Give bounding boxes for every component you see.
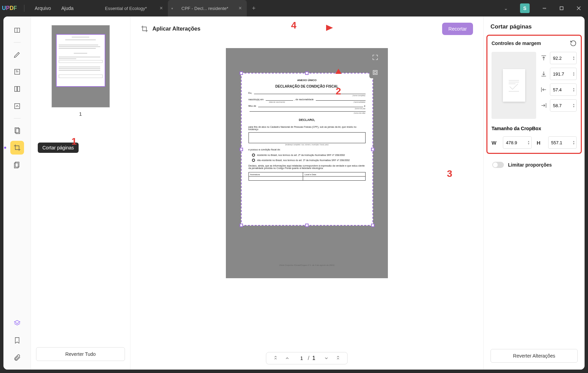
crop-handle[interactable] xyxy=(371,148,374,151)
margin-top-icon xyxy=(540,55,547,61)
convert-tool[interactable] xyxy=(10,99,24,113)
crop-box-button[interactable] xyxy=(369,67,381,78)
doc-heading: DECLARAÇÃO DE CONDIÇÃO FISCAL xyxy=(249,84,366,88)
canvas-title: Aplicar Alterações xyxy=(152,26,200,32)
spinner[interactable]: ▲▼ xyxy=(573,71,575,76)
page-navigation: / 1 xyxy=(266,352,348,364)
spinner[interactable]: ▲▼ xyxy=(573,140,575,145)
margin-right-icon xyxy=(540,102,547,109)
crop-handle[interactable] xyxy=(305,71,309,75)
watermark-tool[interactable] xyxy=(10,158,24,172)
spinner[interactable]: ▲▼ xyxy=(528,140,530,145)
crop-handle[interactable] xyxy=(240,224,243,227)
doc-heading: ANEXO ÚNICO xyxy=(249,79,366,82)
bookmark-icon[interactable] xyxy=(10,334,24,347)
attachment-icon[interactable] xyxy=(10,351,24,364)
margin-left-input[interactable] xyxy=(553,87,574,92)
avatar[interactable]: S xyxy=(520,3,530,13)
first-page-button[interactable] xyxy=(273,356,278,361)
crop-handle[interactable] xyxy=(240,71,243,75)
tab-label: Essential of Ecology* xyxy=(105,6,147,11)
ocr-tool[interactable] xyxy=(10,82,24,96)
constrain-label: Limitar proporções xyxy=(508,162,552,168)
page-input[interactable] xyxy=(297,355,307,361)
menu-help[interactable]: Ajuda xyxy=(56,5,79,11)
chevron-down-icon[interactable]: ⌄ xyxy=(499,4,513,13)
margin-left-icon xyxy=(540,86,547,93)
close-icon[interactable]: × xyxy=(239,5,242,11)
crop-tool[interactable] xyxy=(10,141,24,155)
minimize-button[interactable] xyxy=(537,3,552,14)
crop-handle[interactable] xyxy=(305,224,309,227)
annotate-tool[interactable] xyxy=(10,48,24,61)
close-icon[interactable]: × xyxy=(160,5,163,11)
apply-crop-button[interactable]: Recortar xyxy=(442,23,473,35)
page-thumbnail[interactable] xyxy=(51,25,110,108)
tab-label: CPF - Decl... residente* xyxy=(182,6,229,11)
revert-changes-button[interactable]: Reverter Alterações xyxy=(491,349,578,363)
organize-tool[interactable] xyxy=(10,124,24,137)
crop-tooltip: Cortar páginas xyxy=(38,143,79,153)
constrain-proportions-toggle[interactable] xyxy=(492,162,504,168)
height-label: H xyxy=(537,140,543,146)
right-panel-title: Cortar páginas xyxy=(491,23,578,30)
crop-icon xyxy=(141,25,148,33)
svg-rect-12 xyxy=(373,70,377,75)
cropbox-size-title: Tamanho da CropBox xyxy=(492,126,577,131)
revert-all-button[interactable]: Reverter Tudo xyxy=(36,347,125,361)
width-label: W xyxy=(492,140,498,146)
margin-bottom-icon xyxy=(540,70,547,77)
crop-handle[interactable] xyxy=(240,148,243,151)
app-logo: UPDF xyxy=(0,5,19,11)
svg-rect-5 xyxy=(14,87,16,92)
crop-selection[interactable]: ANEXO ÚNICO DECLARAÇÃO DE CONDIÇÃO FISCA… xyxy=(241,73,373,226)
add-tab-button[interactable]: + xyxy=(247,5,261,12)
page-canvas: ANEXO ÚNICO DECLARAÇÃO DE CONDIÇÃO FISCA… xyxy=(226,48,388,278)
edit-tool[interactable] xyxy=(10,65,24,79)
svg-rect-7 xyxy=(14,104,20,109)
margin-preview xyxy=(492,52,536,119)
svg-rect-1 xyxy=(560,7,563,10)
cropbox-width-input[interactable] xyxy=(506,140,529,145)
crop-handle[interactable] xyxy=(371,224,374,227)
fit-page-button[interactable] xyxy=(369,52,381,63)
last-page-button[interactable] xyxy=(336,356,341,361)
next-page-button[interactable] xyxy=(324,356,329,361)
spinner[interactable]: ▲▼ xyxy=(573,56,575,60)
tab-cpf[interactable]: ▾ CPF - Decl... residente* × xyxy=(168,0,247,16)
svg-rect-6 xyxy=(17,87,19,92)
spinner[interactable]: ▲▼ xyxy=(573,103,575,108)
svg-rect-13 xyxy=(374,71,376,74)
pin-icon: ▾ xyxy=(171,7,173,10)
layers-icon[interactable] xyxy=(10,316,24,330)
prev-page-button[interactable] xyxy=(285,356,290,361)
margin-right-input[interactable] xyxy=(553,103,574,108)
cropbox-height-input[interactable] xyxy=(551,140,574,145)
tab-ecology[interactable]: Essential of Ecology* × xyxy=(89,0,168,16)
reader-tool[interactable] xyxy=(10,23,24,37)
reset-icon[interactable] xyxy=(570,40,577,47)
menu-file[interactable]: Arquivo xyxy=(30,5,56,11)
maximize-button[interactable] xyxy=(554,3,569,14)
margin-controls-title: Controles de margem xyxy=(492,41,541,46)
page-total: 1 xyxy=(310,355,317,361)
thumbnail-page-number: 1 xyxy=(79,111,82,117)
spinner[interactable]: ▲▼ xyxy=(573,87,575,92)
margin-top-input[interactable] xyxy=(553,56,574,61)
margin-bottom-input[interactable] xyxy=(553,71,574,77)
close-button[interactable] xyxy=(571,3,586,14)
